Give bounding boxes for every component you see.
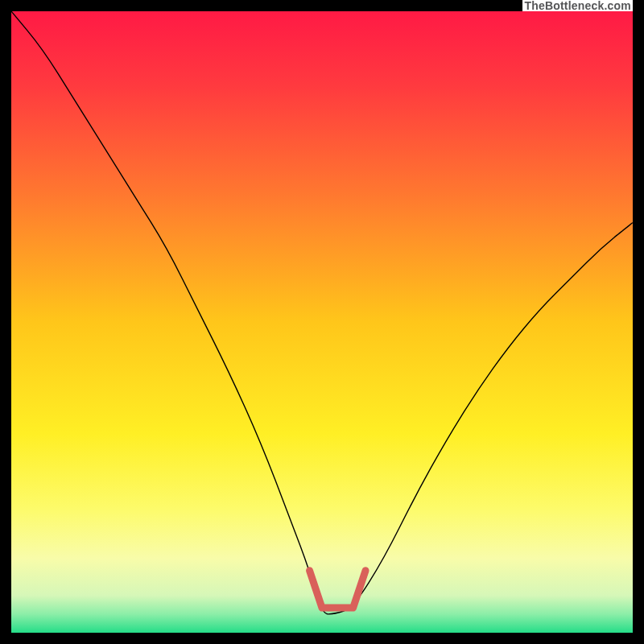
plot-area [11, 11, 633, 633]
chart-background [11, 11, 633, 633]
chart-frame: TheBottleneck.com [0, 0, 644, 644]
watermark-text: TheBottleneck.com [522, 0, 633, 11]
bottleneck-chart [11, 11, 633, 633]
